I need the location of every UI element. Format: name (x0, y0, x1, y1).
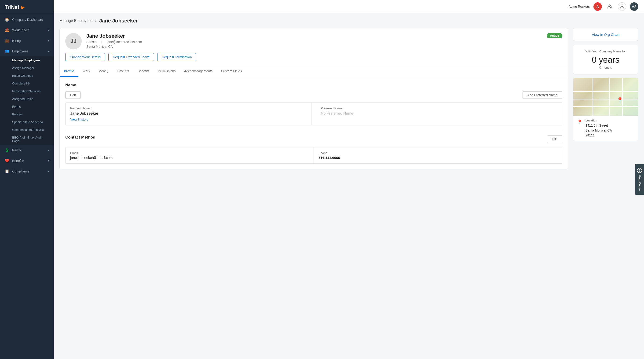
sidebar-item-employees[interactable]: 👥 Employees ▴ (0, 46, 54, 56)
sidebar-item-label: Company Dashboard (12, 18, 49, 22)
primary-name-value: Jane Jobseeker (70, 112, 306, 116)
sidebar-item-label: Work Inbox (12, 28, 45, 32)
help-center-label: Help Center (638, 175, 642, 191)
chevron-down-icon: ▾ (48, 148, 49, 152)
svg-point-0 (608, 5, 610, 6)
chevron-down-icon: ▾ (48, 170, 49, 173)
name-section-actions: Edit Add Preferred Name (65, 91, 562, 99)
tab-money[interactable]: Money (94, 66, 112, 77)
sidebar-item-work-inbox[interactable]: 📥 Work Inbox ▾ (0, 25, 54, 35)
preferred-name-empty: No Preferred Name (321, 112, 558, 116)
sidebar-item-hiring[interactable]: 💼 Hiring ▾ (0, 35, 54, 46)
sidebar-item-label: Payroll (12, 148, 45, 152)
tab-work[interactable]: Work (78, 66, 94, 77)
tab-benefits[interactable]: Benefits (134, 66, 154, 77)
inbox-icon: 📥 (5, 28, 9, 32)
name-edit-button[interactable]: Edit (65, 91, 81, 99)
org-chart-link[interactable]: View in Org Chart (573, 28, 638, 41)
view-history-link[interactable]: View History (70, 118, 88, 121)
employee-title: Barista (86, 40, 97, 44)
sidebar-item-forms[interactable]: Forms (0, 103, 54, 110)
tab-profile[interactable]: Profile (60, 66, 78, 77)
compliance-icon: 📋 (5, 169, 9, 174)
employees-icon: 👥 (5, 49, 9, 53)
phone-col: Phone 516.111.6666 (314, 148, 562, 163)
location-card: 📍 📍 Location 1411 5th StreetSanta Monica… (573, 78, 638, 141)
briefcase-icon: 💼 (5, 38, 9, 43)
main-area: Acme Rockets A AA Manage Employees > Jan… (54, 0, 644, 359)
location-icon: 📍 (577, 119, 583, 125)
tenure-card: With Your Company Name for 0 years 0 mon… (573, 45, 638, 74)
sidebar-item-label: Compliance (12, 170, 45, 173)
sidebar-item-benefits[interactable]: ❤️ Benefits ▾ (0, 156, 54, 166)
action-buttons: Change Work Details Request Extended Lea… (65, 53, 562, 61)
main-layout: JJ Jane Jobseeker Barista | jane@acmeroc… (60, 28, 638, 354)
sidebar-item-payroll[interactable]: 💲 Payroll ▾ (0, 145, 54, 156)
primary-name-col: Primary Name: Jane Jobseeker View Histor… (66, 103, 312, 125)
sidebar-item-compensation[interactable]: Compensation Analysis (0, 126, 54, 134)
email-value: jane.jobseeker@email.com (70, 156, 309, 160)
help-icon: ? (637, 168, 642, 173)
sidebar-item-complete-i9[interactable]: Complete I-9 (0, 80, 54, 87)
avatar: JJ (65, 33, 82, 50)
right-panel: View in Org Chart With Your Company Name… (573, 28, 638, 354)
logo-text: TriNet (5, 4, 19, 10)
add-preferred-name-button[interactable]: Add Preferred Name (522, 91, 562, 99)
company-logo-button[interactable]: A (594, 2, 602, 11)
sidebar-item-compliance[interactable]: 📋 Compliance ▾ (0, 166, 54, 176)
team-icon-button[interactable] (606, 2, 614, 11)
status-badge: Active (547, 33, 562, 38)
sidebar: TriNet ▶ 🏠 Company Dashboard 📥 Work Inbo… (0, 0, 54, 359)
location-address: 1411 5th StreetSanta Monica, CA94111 (586, 123, 612, 138)
location-label: Location (586, 119, 612, 122)
request-extended-leave-button[interactable]: Request Extended Leave (108, 53, 154, 61)
location-details: Location 1411 5th StreetSanta Monica, CA… (586, 119, 612, 138)
email-col: Email jane.jobseeker@email.com (66, 148, 314, 163)
request-termination-button[interactable]: Request Termination (157, 53, 196, 61)
phone-label: Phone (318, 151, 558, 155)
sidebar-item-immigration-services[interactable]: Immigration Services (0, 87, 54, 95)
app-logo[interactable]: TriNet ▶ (0, 0, 54, 14)
svg-point-2 (621, 5, 623, 6)
section-divider (65, 130, 562, 130)
chevron-down-icon: ▾ (48, 28, 49, 32)
sidebar-item-assign-manager[interactable]: Assign Manager (0, 64, 54, 72)
sidebar-item-label: Benefits (12, 159, 45, 163)
tab-custom-fields[interactable]: Custom Fields (217, 66, 246, 77)
employee-top: JJ Jane Jobseeker Barista | jane@acmeroc… (65, 33, 562, 50)
user-avatar[interactable]: AA (630, 2, 638, 11)
employee-meta: Barista | jane@acmerockets.com (86, 40, 542, 44)
topbar: Acme Rockets A AA (54, 0, 644, 13)
contact-edit-button[interactable]: Edit (547, 136, 562, 143)
breadcrumb-separator: > (95, 19, 97, 23)
help-center-tab[interactable]: ? Help Center (635, 164, 644, 195)
employees-submenu: Manage Employees Assign Manager Batch Ch… (0, 56, 54, 145)
breadcrumb-parent[interactable]: Manage Employees (60, 19, 92, 23)
map-pin: 📍 (616, 97, 624, 104)
sidebar-item-policies[interactable]: Policies (0, 110, 54, 118)
map-placeholder: 📍 (573, 78, 638, 116)
employee-section: JJ Jane Jobseeker Barista | jane@acmeroc… (60, 28, 568, 354)
change-work-details-button[interactable]: Change Work Details (65, 53, 105, 61)
tab-permissions[interactable]: Permissions (154, 66, 180, 77)
sidebar-item-company-dashboard[interactable]: 🏠 Company Dashboard (0, 14, 54, 25)
sidebar-item-label: Employees (12, 50, 45, 53)
sidebar-item-eeo-audit[interactable]: EEO Preliminary Audit Page (0, 134, 54, 145)
location-info: 📍 Location 1411 5th StreetSanta Monica, … (573, 116, 638, 141)
contact-header: Contact Method Edit (65, 135, 562, 144)
chevron-down-icon: ▾ (48, 159, 49, 162)
breadcrumb-current: Jane Jobseeker (99, 18, 138, 24)
benefits-icon: ❤️ (5, 158, 9, 163)
logo-arrow-icon: ▶ (21, 4, 24, 10)
sidebar-item-assigned-roles[interactable]: Assigned Roles (0, 95, 54, 103)
user-icon-button[interactable] (618, 2, 626, 11)
org-chart-card: View in Org Chart (573, 28, 638, 41)
tab-acknowledgements[interactable]: Acknowledgements (180, 66, 217, 77)
sidebar-item-special-state[interactable]: Special State Addenda (0, 118, 54, 126)
tab-time-off[interactable]: Time Off (112, 66, 134, 77)
svg-point-1 (610, 5, 612, 6)
tenure-months: 0 months (578, 66, 634, 69)
sidebar-item-manage-employees[interactable]: Manage Employees (0, 56, 54, 64)
sidebar-item-batch-changes[interactable]: Batch Changes (0, 72, 54, 80)
name-grid: Primary Name: Jane Jobseeker View Histor… (65, 102, 562, 126)
